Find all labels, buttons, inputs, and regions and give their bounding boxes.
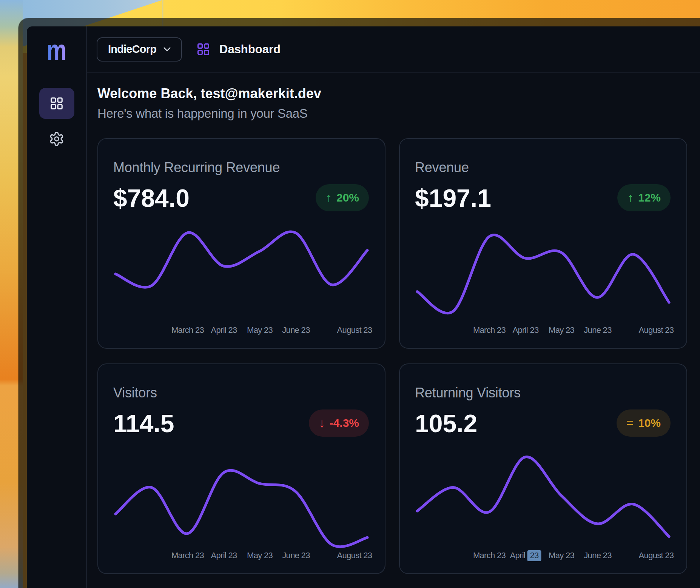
stat-card-returning-visitors: Returning Visitors 105.2 = 10% March 23A… <box>399 363 687 574</box>
x-axis-label: August 23 <box>337 325 372 335</box>
x-axis-label: April 23 <box>211 325 237 335</box>
chart-line <box>417 235 669 313</box>
line-chart <box>417 447 669 545</box>
trend-badge: ↑ 12% <box>617 184 671 211</box>
grid-icon <box>49 96 64 111</box>
trend-value: 20% <box>336 191 359 204</box>
trend-value: 10% <box>638 417 661 429</box>
welcome-subheading: Here's what is happening in your SaaS <box>97 106 700 121</box>
content-column: IndieCorp Dashboard Welcome Back, test@m… <box>87 26 700 588</box>
trend-badge: ↑ 20% <box>316 184 369 211</box>
x-axis-label: August 23 <box>639 325 674 335</box>
stat-card-value: 105.2 <box>415 409 477 438</box>
sidebar-nav <box>39 88 74 154</box>
top-header: IndieCorp Dashboard <box>87 26 700 72</box>
stat-card-monthly-recurring-revenue: Monthly Recurring Revenue $784.0 ↑ 20% M… <box>97 138 385 349</box>
app-window: m IndieCorp <box>19 18 700 588</box>
x-axis-label: April 23 <box>211 551 237 560</box>
team-selector-button[interactable]: IndieCorp <box>97 37 182 62</box>
trend-value: 12% <box>638 191 661 204</box>
x-axis-label: March 23 <box>473 551 506 560</box>
equals-icon: = <box>626 416 634 430</box>
x-axis-label: August 23 <box>639 551 674 560</box>
chevron-down-icon <box>161 43 173 55</box>
x-axis-label: June 23 <box>282 551 310 560</box>
x-axis-label: June 23 <box>584 551 611 560</box>
breadcrumb: Dashboard <box>196 42 281 56</box>
line-chart <box>116 447 367 545</box>
sidebar-item-dashboard[interactable] <box>39 88 74 119</box>
stats-grid: Monthly Recurring Revenue $784.0 ↑ 20% M… <box>97 138 700 574</box>
stat-card-title: Visitors <box>113 385 157 401</box>
stat-card-value: $197.1 <box>415 184 491 212</box>
team-selector-label: IndieCorp <box>108 43 156 55</box>
dashboard-app: m IndieCorp <box>27 26 700 588</box>
x-axis-label: August 23 <box>337 551 372 560</box>
stat-card-revenue: Revenue $197.1 ↑ 12% March 23April 23May… <box>399 138 687 349</box>
stat-card-title: Monthly Recurring Revenue <box>113 160 280 175</box>
x-axis-label: June 23 <box>282 325 310 335</box>
chart-line <box>116 232 367 287</box>
x-axis-label: May 23 <box>549 551 574 560</box>
trend-value: -4.3% <box>330 417 359 429</box>
chart-line <box>116 470 367 546</box>
x-axis-label: May 23 <box>247 325 273 335</box>
stat-card-title: Returning Visitors <box>415 385 521 401</box>
stat-card-title: Revenue <box>415 160 469 175</box>
main-content: Welcome Back, test@makerkit.dev Here's w… <box>87 72 700 588</box>
x-axis-label: April 23 <box>510 551 541 560</box>
x-axis-label: April 23 <box>513 325 539 335</box>
x-axis-label: May 23 <box>549 325 574 335</box>
trend-badge: ↓ -4.3% <box>309 409 369 437</box>
sidebar: m <box>27 26 87 588</box>
makerkit-logo: m <box>47 36 67 65</box>
x-axis-label: March 23 <box>171 325 204 335</box>
x-axis-label: March 23 <box>473 325 506 335</box>
arrow-up-icon: ↑ <box>627 191 634 205</box>
grid-icon <box>196 42 210 56</box>
arrow-up-icon: ↑ <box>325 191 332 205</box>
stat-card-visitors: Visitors 114.5 ↓ -4.3% March 23April 23M… <box>97 363 385 574</box>
line-chart <box>417 222 669 320</box>
x-axis-label: June 23 <box>584 325 611 335</box>
stat-card-value: $784.0 <box>113 184 190 212</box>
arrow-down-icon: ↓ <box>319 416 325 430</box>
trend-badge: = 10% <box>617 409 671 437</box>
sidebar-item-settings[interactable] <box>39 123 74 154</box>
chart-line <box>417 457 669 537</box>
line-chart <box>116 222 367 320</box>
x-axis-label: March 23 <box>171 551 204 560</box>
page-title: Dashboard <box>219 43 281 56</box>
selected-text: 23 <box>527 550 541 561</box>
x-axis-label: May 23 <box>247 551 273 560</box>
gear-icon <box>49 131 65 147</box>
welcome-heading: Welcome Back, test@makerkit.dev <box>97 85 700 102</box>
stat-card-value: 114.5 <box>113 409 174 438</box>
